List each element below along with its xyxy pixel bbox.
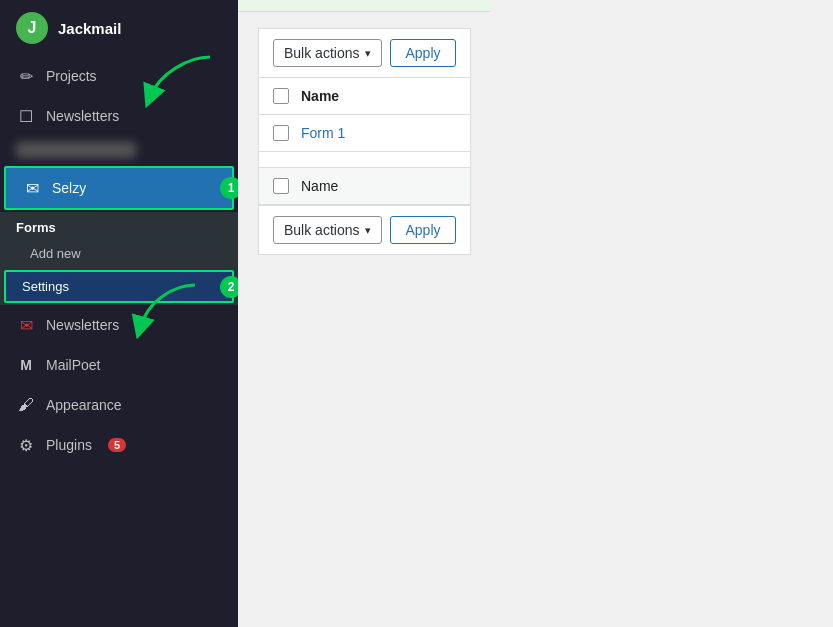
sidebar-item-label: Newsletters <box>46 317 119 333</box>
sidebar-item-label: Projects <box>46 68 97 84</box>
table-row-header1: Name <box>259 78 470 115</box>
notification-bar <box>238 0 491 12</box>
sidebar-section-forms: Forms Add new Settings 2 <box>0 212 238 305</box>
sidebar-item-label: Plugins <box>46 437 92 453</box>
col-name-header2: Name <box>301 178 338 194</box>
table: Name Form 1 Name <box>258 78 471 206</box>
content-area: Bulk actions ▾ Apply Name Form 1 <box>238 12 491 627</box>
chevron-down-icon-bottom: ▾ <box>365 224 371 237</box>
sidebar-subitem-add-new[interactable]: Add new <box>0 239 238 268</box>
sidebar-item-newsletters2[interactable]: ✉ Newsletters <box>0 305 238 345</box>
toolbar-top: Bulk actions ▾ Apply <box>258 28 471 78</box>
sidebar-subitem-settings[interactable]: Settings <box>4 270 234 303</box>
checkbox-form1[interactable] <box>273 125 289 141</box>
sidebar-item-projects[interactable]: ✏ Projects <box>0 56 238 96</box>
appearance-icon: 🖌 <box>16 395 36 415</box>
sidebar-logo[interactable]: J Jackmail <box>0 0 238 56</box>
sidebar-item-appearance[interactable]: 🖌 Appearance <box>0 385 238 425</box>
bulk-actions-dropdown-bottom[interactable]: Bulk actions ▾ <box>273 216 382 244</box>
annotation-2: 2 <box>220 276 238 298</box>
bulk-actions-dropdown-top[interactable]: Bulk actions ▾ <box>273 39 382 67</box>
checkbox-header2[interactable] <box>273 178 289 194</box>
sidebar-item-label: Newsletters <box>46 108 119 124</box>
mailpoet-icon: M <box>16 355 36 375</box>
sidebar-item-newsletters[interactable]: ☐ Newsletters <box>0 96 238 136</box>
apply-button-top[interactable]: Apply <box>390 39 455 67</box>
sidebar-item-mailpoet[interactable]: M MailPoet <box>0 345 238 385</box>
sidebar-item-label: Selzy <box>52 180 86 196</box>
col-name-header1: Name <box>301 88 339 104</box>
empty-row <box>259 152 470 168</box>
newsletters2-icon: ✉ <box>16 315 36 335</box>
plugins-icon: ⚙ <box>16 435 36 455</box>
apply-button-bottom[interactable]: Apply <box>390 216 455 244</box>
table-row-form1[interactable]: Form 1 <box>259 115 470 152</box>
main-content: Bulk actions ▾ Apply Name Form 1 <box>238 0 491 627</box>
plugins-badge: 5 <box>108 438 126 452</box>
toolbar-bottom: Bulk actions ▾ Apply <box>258 206 471 255</box>
annotation-1: 1 <box>220 177 238 199</box>
forms-section-header: Forms <box>0 212 238 239</box>
sidebar-item-label: Appearance <box>46 397 122 413</box>
checkbox-header1[interactable] <box>273 88 289 104</box>
logo-label: Jackmail <box>58 20 121 37</box>
selzy-icon: ✉ <box>22 178 42 198</box>
table-row-header2: Name <box>259 168 470 205</box>
sidebar-item-label: MailPoet <box>46 357 100 373</box>
newsletters-icon: ☐ <box>16 106 36 126</box>
sidebar-item-plugins[interactable]: ⚙ Plugins 5 <box>0 425 238 465</box>
projects-icon: ✏ <box>16 66 36 86</box>
sidebar: J Jackmail ✏ Projects ☐ Newsletters ✉ Se… <box>0 0 238 627</box>
sidebar-item-selzy[interactable]: ✉ Selzy <box>4 166 234 210</box>
col-name-form1[interactable]: Form 1 <box>301 125 345 141</box>
chevron-down-icon: ▾ <box>365 47 371 60</box>
logo-icon: J <box>16 12 48 44</box>
